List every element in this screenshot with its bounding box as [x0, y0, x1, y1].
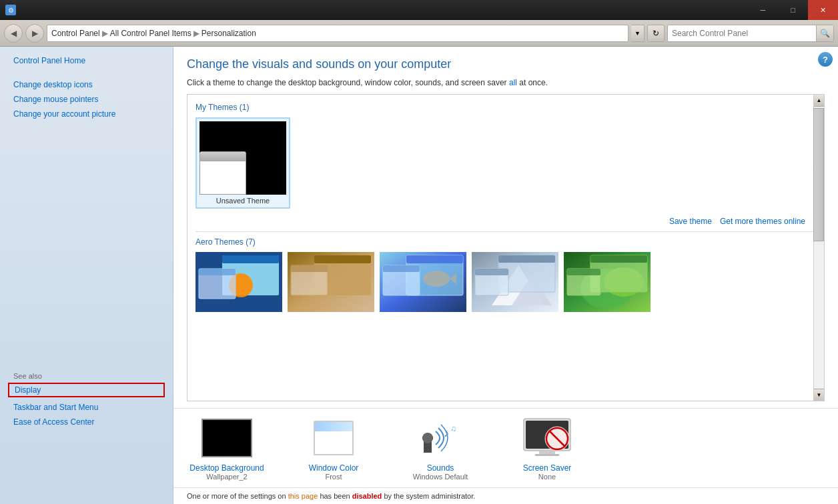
svg-rect-5 — [199, 269, 236, 275]
get-more-themes-link[interactable]: Get more themes online — [720, 217, 805, 226]
sidebar-item-account-picture[interactable]: Change your account picture — [0, 107, 173, 121]
svg-rect-24 — [475, 269, 508, 275]
control-desktop-background[interactable]: Desktop Background Wallpaper_2 — [187, 415, 267, 481]
sidebar-item-home[interactable]: Control Panel Home — [0, 53, 173, 68]
svg-rect-10 — [291, 265, 328, 272]
status-highlight: this page — [288, 492, 318, 500]
aero-theme-landscapes[interactable] — [472, 252, 558, 312]
sounds-label[interactable]: Sounds — [427, 463, 454, 473]
svg-text:♪: ♪ — [444, 427, 449, 439]
theme-window-inner — [199, 151, 246, 195]
control-sounds[interactable]: ♪ ♫ Sounds Windows Default — [400, 415, 480, 481]
themes-scrollbar[interactable]: ▲ ▼ — [813, 95, 824, 401]
title-bar: ⚙ ─ □ ✕ — [0, 0, 838, 20]
svg-rect-31 — [567, 269, 600, 275]
search-box[interactable]: 🔍 — [667, 25, 834, 42]
sidebar-item-taskbar[interactable]: Taskbar and Start Menu — [0, 400, 173, 415]
aero-theme-characters[interactable] — [380, 252, 466, 312]
window-color-sublabel: Frost — [325, 473, 342, 481]
app-icon: ⚙ — [5, 5, 16, 15]
sidebar-item-display[interactable]: Display — [8, 383, 165, 397]
close-button[interactable]: ✕ — [808, 0, 838, 20]
desktop-bg-preview — [201, 419, 252, 457]
window-color-label[interactable]: Window Color — [309, 463, 359, 473]
theme-item-unsaved[interactable]: Unsaved Theme — [195, 117, 290, 209]
sidebar-item-mouse-pointers[interactable]: Change mouse pointers — [0, 92, 173, 107]
screen-saver-label[interactable]: Screen Saver — [523, 463, 572, 473]
page-title: Change the visuals and sounds on your co… — [187, 57, 825, 71]
aero-theme-win7[interactable] — [195, 252, 282, 312]
path-all-items[interactable]: All Control Panel Items — [110, 29, 191, 38]
path-personalization[interactable]: Personalization — [201, 29, 256, 38]
title-bar-left: ⚙ — [0, 5, 748, 15]
svg-rect-22 — [498, 255, 555, 263]
themes-panel: My Themes (1) Unsaved Theme Save theme G… — [187, 94, 825, 401]
scroll-up-button[interactable]: ▲ — [814, 95, 824, 107]
status-end: by the system administrator. — [384, 492, 475, 500]
my-themes-title: My Themes (1) — [195, 103, 816, 112]
aero-themes-title: Aero Themes (7) — [195, 237, 816, 247]
subtitle-highlight: all — [509, 78, 517, 87]
scroll-down-button[interactable]: ▼ — [814, 389, 824, 401]
main-container: Control Panel Home Change desktop icons … — [0, 47, 838, 504]
address-path[interactable]: Control Panel ▶ All Control Panel Items … — [47, 25, 628, 42]
content-header: Change the visuals and sounds on your co… — [173, 47, 838, 94]
window-color-preview — [314, 421, 354, 455]
sidebar: Control Panel Home Change desktop icons … — [0, 47, 173, 504]
screen-saver-sublabel: None — [538, 473, 556, 481]
svg-rect-29 — [590, 255, 647, 263]
status-bar: One or more of the settings on this page… — [173, 487, 838, 504]
control-window-color[interactable]: Window Color Frost — [294, 415, 374, 481]
sidebar-item-desktop-icons[interactable]: Change desktop icons — [0, 77, 173, 92]
svg-point-34 — [422, 433, 433, 443]
sidebar-item-ease-of-access[interactable]: Ease of Access Center — [0, 415, 173, 429]
window-color-icon — [307, 415, 360, 461]
back-button[interactable]: ◀ — [4, 24, 23, 43]
svg-text:♫: ♫ — [450, 424, 456, 433]
path-sep-1: ▶ — [102, 29, 108, 38]
sounds-icon: ♪ ♫ — [414, 415, 467, 461]
scrollbar-thumb[interactable] — [813, 108, 824, 241]
help-button[interactable]: ? — [818, 52, 833, 67]
subtitle-text: Click a theme to change the desktop back… — [187, 78, 507, 87]
path-control-panel[interactable]: Control Panel — [51, 29, 100, 38]
window-color-title-bar — [315, 422, 352, 431]
control-screen-saver[interactable]: Screen Saver None — [507, 415, 587, 481]
refresh-button[interactable]: ↻ — [647, 25, 665, 42]
minimize-button[interactable]: ─ — [748, 0, 778, 20]
path-sep-2: ▶ — [193, 29, 199, 38]
desktop-background-label[interactable]: Desktop Background — [189, 463, 264, 473]
screen-saver-icon — [520, 415, 574, 461]
save-theme-link[interactable]: Save theme — [669, 217, 712, 226]
sounds-sublabel: Windows Default — [413, 473, 468, 481]
themes-scroll[interactable]: My Themes (1) Unsaved Theme Save theme G… — [187, 95, 824, 401]
theme-label-unsaved: Unsaved Theme — [216, 197, 270, 205]
title-bar-controls: ─ □ ✕ — [748, 0, 838, 20]
search-input[interactable] — [668, 29, 816, 38]
aero-theme-architecture[interactable] — [288, 252, 374, 312]
svg-rect-15 — [406, 255, 463, 263]
content-subtitle: Click a theme to change the desktop back… — [187, 77, 825, 89]
theme-actions-row: Save theme Get more themes online — [195, 214, 816, 232]
maximize-button[interactable]: □ — [778, 0, 808, 20]
desktop-background-icon — [200, 415, 254, 461]
aero-theme-nature[interactable] — [564, 252, 651, 312]
address-dropdown-button[interactable]: ▼ — [631, 25, 645, 42]
svg-rect-17 — [383, 265, 420, 272]
svg-rect-40 — [535, 454, 559, 456]
status-bold: disabled — [352, 492, 382, 500]
content-area: ? Change the visuals and sounds on your … — [173, 47, 838, 504]
see-also-label: See also — [0, 361, 173, 383]
svg-rect-8 — [314, 255, 371, 263]
desktop-background-sublabel: Wallpaper_2 — [206, 473, 247, 481]
theme-preview-unsaved — [199, 121, 286, 195]
search-icon[interactable]: 🔍 — [816, 25, 833, 41]
subtitle-end: at once. — [519, 78, 548, 87]
theme-window-title-bar — [200, 152, 246, 161]
address-bar: ◀ ▶ Control Panel ▶ All Control Panel It… — [0, 20, 838, 47]
status-text: One or more of the settings on — [187, 492, 286, 500]
bottom-controls: Desktop Background Wallpaper_2 Window Co… — [173, 408, 838, 487]
forward-button[interactable]: ▶ — [25, 24, 44, 43]
svg-rect-2 — [222, 255, 279, 263]
aero-themes-row — [195, 252, 816, 312]
